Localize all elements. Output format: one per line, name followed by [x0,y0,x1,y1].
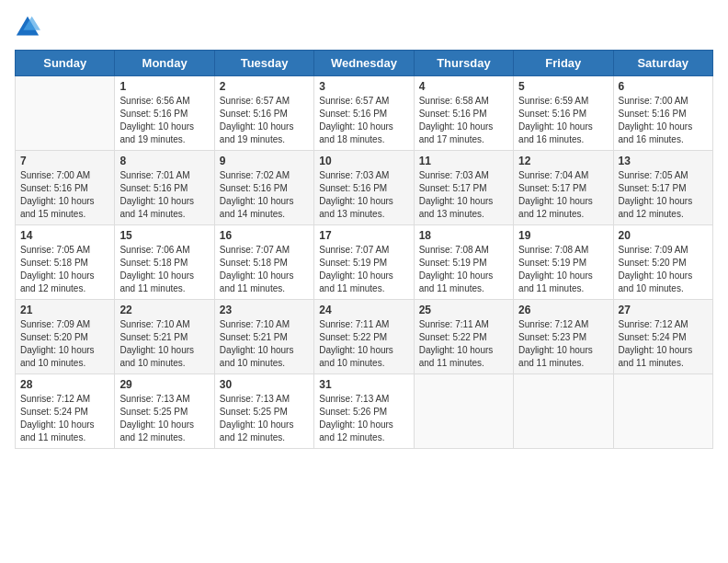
calendar-cell: 7Sunrise: 7:00 AMSunset: 5:16 PMDaylight… [16,151,115,225]
day-number: 6 [619,80,708,93]
calendar-cell: 13Sunrise: 7:05 AMSunset: 5:17 PMDayligh… [613,151,712,225]
calendar-cell: 14Sunrise: 7:05 AMSunset: 5:18 PMDayligh… [16,225,115,300]
day-info: Sunrise: 7:07 AMSunset: 5:18 PMDaylight:… [220,244,309,295]
calendar-cell: 1Sunrise: 6:56 AMSunset: 5:16 PMDaylight… [115,76,214,151]
day-info: Sunrise: 7:00 AMSunset: 5:16 PMDaylight:… [619,95,708,146]
calendar-cell [613,374,712,449]
day-info: Sunrise: 6:56 AMSunset: 5:16 PMDaylight:… [119,95,209,146]
day-info: Sunrise: 6:57 AMSunset: 5:16 PMDaylight:… [220,95,309,146]
day-number: 3 [319,80,408,93]
calendar-cell: 18Sunrise: 7:08 AMSunset: 5:19 PMDayligh… [414,225,513,300]
calendar-cell: 27Sunrise: 7:12 AMSunset: 5:24 PMDayligh… [613,300,712,374]
day-number: 14 [20,229,109,242]
day-info: Sunrise: 7:12 AMSunset: 5:23 PMDaylight:… [518,318,608,370]
day-number: 16 [220,229,309,242]
day-info: Sunrise: 7:11 AMSunset: 5:22 PMDaylight:… [419,318,508,370]
day-number: 27 [619,304,708,316]
calendar-cell: 11Sunrise: 7:03 AMSunset: 5:17 PMDayligh… [414,151,513,225]
day-info: Sunrise: 7:12 AMSunset: 5:24 PMDaylight:… [619,318,708,370]
calendar-cell: 16Sunrise: 7:07 AMSunset: 5:18 PMDayligh… [214,225,313,300]
day-info: Sunrise: 7:11 AMSunset: 5:22 PMDaylight:… [319,318,408,370]
calendar-cell: 5Sunrise: 6:59 AMSunset: 5:16 PMDaylight… [514,76,613,151]
calendar-week-row: 28Sunrise: 7:12 AMSunset: 5:24 PMDayligh… [16,374,713,449]
day-number: 30 [220,378,309,391]
day-number: 28 [20,378,109,391]
day-number: 19 [518,229,608,242]
calendar-cell: 23Sunrise: 7:10 AMSunset: 5:21 PMDayligh… [214,300,313,374]
calendar-cell: 24Sunrise: 7:11 AMSunset: 5:22 PMDayligh… [314,300,414,374]
day-number: 5 [518,80,608,93]
day-info: Sunrise: 7:03 AMSunset: 5:17 PMDaylight:… [419,169,508,221]
calendar-cell: 12Sunrise: 7:04 AMSunset: 5:17 PMDayligh… [514,151,613,225]
day-info: Sunrise: 7:13 AMSunset: 5:25 PMDaylight:… [220,393,309,444]
weekday-header: Tuesday [214,51,313,76]
day-number: 7 [20,155,109,167]
day-info: Sunrise: 7:09 AMSunset: 5:20 PMDaylight:… [619,244,708,295]
calendar-cell: 6Sunrise: 7:00 AMSunset: 5:16 PMDaylight… [613,76,712,151]
calendar-cell: 26Sunrise: 7:12 AMSunset: 5:23 PMDayligh… [514,300,613,374]
day-number: 10 [319,155,408,167]
day-info: Sunrise: 7:09 AMSunset: 5:20 PMDaylight:… [20,318,109,370]
day-number: 13 [619,155,708,167]
calendar-cell: 19Sunrise: 7:08 AMSunset: 5:19 PMDayligh… [514,225,613,300]
day-info: Sunrise: 7:03 AMSunset: 5:16 PMDaylight:… [319,169,408,221]
calendar-cell: 15Sunrise: 7:06 AMSunset: 5:18 PMDayligh… [115,225,214,300]
calendar-cell [414,374,513,449]
weekday-header: Thursday [414,51,513,76]
calendar-header-row: SundayMondayTuesdayWednesdayThursdayFrid… [16,51,713,76]
calendar-week-row: 1Sunrise: 6:56 AMSunset: 5:16 PMDaylight… [16,76,713,151]
calendar-cell: 21Sunrise: 7:09 AMSunset: 5:20 PMDayligh… [16,300,115,374]
day-info: Sunrise: 6:59 AMSunset: 5:16 PMDaylight:… [518,95,608,146]
day-info: Sunrise: 7:01 AMSunset: 5:16 PMDaylight:… [119,169,209,221]
calendar-week-row: 7Sunrise: 7:00 AMSunset: 5:16 PMDaylight… [16,151,713,225]
calendar-cell: 31Sunrise: 7:13 AMSunset: 5:26 PMDayligh… [314,374,414,449]
logo [15,15,44,40]
calendar-cell [514,374,613,449]
day-info: Sunrise: 7:08 AMSunset: 5:19 PMDaylight:… [419,244,508,295]
day-info: Sunrise: 7:10 AMSunset: 5:21 PMDaylight:… [119,318,209,370]
calendar-cell: 22Sunrise: 7:10 AMSunset: 5:21 PMDayligh… [115,300,214,374]
day-number: 12 [518,155,608,167]
calendar-cell: 29Sunrise: 7:13 AMSunset: 5:25 PMDayligh… [115,374,214,449]
calendar-week-row: 21Sunrise: 7:09 AMSunset: 5:20 PMDayligh… [16,300,713,374]
calendar-cell [16,76,115,151]
calendar-body: 1Sunrise: 6:56 AMSunset: 5:16 PMDaylight… [16,76,713,449]
day-number: 18 [419,229,508,242]
day-number: 31 [319,378,408,391]
calendar-cell: 20Sunrise: 7:09 AMSunset: 5:20 PMDayligh… [613,225,712,300]
weekday-header: Friday [514,51,613,76]
day-info: Sunrise: 7:13 AMSunset: 5:26 PMDaylight:… [319,393,408,444]
day-number: 9 [220,155,309,167]
day-number: 2 [220,80,309,93]
day-number: 4 [419,80,508,93]
day-number: 17 [319,229,408,242]
weekday-header: Wednesday [314,51,414,76]
day-number: 21 [20,304,109,316]
day-info: Sunrise: 7:05 AMSunset: 5:17 PMDaylight:… [619,169,708,221]
calendar-table: SundayMondayTuesdayWednesdayThursdayFrid… [15,50,713,449]
calendar-cell: 2Sunrise: 6:57 AMSunset: 5:16 PMDaylight… [214,76,313,151]
day-number: 24 [319,304,408,316]
day-info: Sunrise: 7:12 AMSunset: 5:24 PMDaylight:… [20,393,109,444]
day-info: Sunrise: 7:05 AMSunset: 5:18 PMDaylight:… [20,244,109,295]
day-number: 20 [619,229,708,242]
day-info: Sunrise: 7:00 AMSunset: 5:16 PMDaylight:… [20,169,109,221]
calendar-cell: 9Sunrise: 7:02 AMSunset: 5:16 PMDaylight… [214,151,313,225]
day-info: Sunrise: 7:02 AMSunset: 5:16 PMDaylight:… [220,169,309,221]
day-number: 1 [119,80,209,93]
day-number: 23 [220,304,309,316]
calendar-cell: 28Sunrise: 7:12 AMSunset: 5:24 PMDayligh… [16,374,115,449]
day-info: Sunrise: 7:10 AMSunset: 5:21 PMDaylight:… [220,318,309,370]
calendar-week-row: 14Sunrise: 7:05 AMSunset: 5:18 PMDayligh… [16,225,713,300]
weekday-header: Monday [115,51,214,76]
weekday-header: Sunday [16,51,115,76]
day-info: Sunrise: 7:06 AMSunset: 5:18 PMDaylight:… [119,244,209,295]
day-info: Sunrise: 6:58 AMSunset: 5:16 PMDaylight:… [419,95,508,146]
day-number: 22 [119,304,209,316]
weekday-header: Saturday [613,51,712,76]
day-info: Sunrise: 6:57 AMSunset: 5:16 PMDaylight:… [319,95,408,146]
day-number: 15 [119,229,209,242]
day-number: 8 [119,155,209,167]
day-number: 11 [419,155,508,167]
day-info: Sunrise: 7:07 AMSunset: 5:19 PMDaylight:… [319,244,408,295]
